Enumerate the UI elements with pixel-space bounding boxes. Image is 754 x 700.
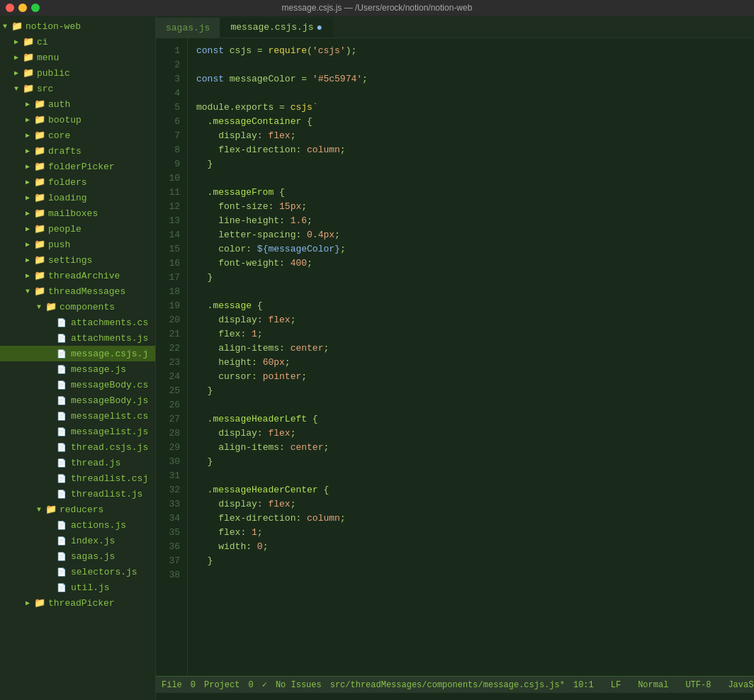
window-controls [6,4,40,12]
tab-label: message.csjs.js [230,22,313,33]
code-line-30: } [196,455,754,469]
code-line-25: } [196,384,754,398]
code-line-13: line-height: 1.6; [196,214,754,228]
sidebar-item-push[interactable]: ▶ 📁 push [0,237,155,252]
sidebar-item-loading[interactable]: ▶ 📁 loading [0,190,155,205]
arrow-icon: ▶ [26,178,34,186]
folder-icon: 📁 [34,270,45,281]
line-num-21: 21 [156,327,187,341]
line-num-10: 10 [156,171,187,186]
item-label: thread.js [71,458,120,468]
sidebar-item-components[interactable]: ▼ 📁 components [0,299,155,315]
line-num-9: 9 [156,157,187,171]
sidebar-item-selectors-js[interactable]: 📄 selectors.js [0,564,155,580]
horizontal-scrollbar[interactable] [156,693,754,700]
item-label: push [48,239,70,250]
item-label: public [37,68,70,79]
code-line-27: .messageHeaderLeft { [196,412,754,427]
line-num-17: 17 [156,271,187,285]
status-file-num: 0 [191,680,196,690]
arrow-icon: ▶ [14,69,23,77]
sidebar-item-people[interactable]: ▶ 📁 people [0,221,155,237]
status-position: 10:1 [573,680,594,690]
folder-icon: 📁 [34,223,45,235]
file-icon: 📄 [57,427,68,436]
sidebar-item-messagelist-js[interactable]: 📄 messagelist.js [0,424,155,439]
tab-label: sagas.js [166,23,210,33]
sidebar-item-index-js[interactable]: 📄 index.js [0,533,155,548]
sidebar-item-public[interactable]: ▶ 📁 public [0,65,155,81]
code-line-1: const csjs = require('csjs'); [196,44,754,58]
folder-icon: 📁 [23,83,34,94]
sidebar-item-message-csjs[interactable]: 📄 message.csjs.j [0,346,155,361]
arrow-icon: ▼ [14,85,23,93]
item-label: threadMessages [48,286,125,297]
sidebar-item-sagas-js[interactable]: 📄 sagas.js [0,548,155,564]
item-label: threadPicker [48,598,115,609]
item-label: reducers [60,504,103,515]
code-editor[interactable]: const csjs = require('csjs'); const mess… [188,38,754,676]
code-line-21: flex: 1; [196,327,754,341]
sidebar-item-ci[interactable]: ▶ 📁 ci [0,34,155,50]
editor-area: sagas.js message.csjs.js ● 1 2 3 4 5 6 7… [156,16,754,700]
sidebar-item-messageBody-js[interactable]: 📄 messageBody.js [0,393,155,408]
code-line-16: font-weight: 400; [196,256,754,271]
sidebar-item-threadlist-csj[interactable]: 📄 threadlist.csj [0,470,155,486]
folder-icon: 📁 [34,286,45,297]
file-icon: 📄 [57,490,68,499]
line-num-23: 23 [156,356,187,370]
item-label: mailboxes [48,208,98,219]
sidebar-item-message-js[interactable]: 📄 message.js [0,361,155,377]
line-numbers: 1 2 3 4 5 6 7 8 9 10 11 12 13 14 15 16 1… [156,38,188,676]
sidebar-item-threadArchive[interactable]: ▶ 📁 threadArchive [0,268,155,283]
tab-message-csjs[interactable]: message.csjs.js ● [220,18,332,38]
sidebar-item-attachments-js[interactable]: 📄 attachments.js [0,330,155,346]
code-line-35: flex: 1; [196,526,754,540]
maximize-button[interactable] [31,4,40,12]
close-button[interactable] [6,4,14,12]
arrow-icon: ▼ [37,303,45,311]
folder-icon: 📁 [34,176,45,188]
sidebar-item-core[interactable]: ▶ 📁 core [0,128,155,143]
minimize-button[interactable] [18,4,27,12]
sidebar-item-folderPicker[interactable]: ▶ 📁 folderPicker [0,159,155,174]
sidebar-item-messagelist-cs[interactable]: 📄 messagelist.cs [0,408,155,424]
line-num-15: 15 [156,242,187,256]
sidebar-item-threadMessages[interactable]: ▼ 📁 threadMessages [0,283,155,299]
arrow-icon: ▶ [26,131,34,140]
sidebar-item-settings[interactable]: ▶ 📁 settings [0,252,155,268]
file-icon: 📄 [57,443,68,452]
sidebar-item-actions-js[interactable]: 📄 actions.js [0,517,155,533]
sidebar-item-thread-js[interactable]: 📄 thread.js [0,455,155,470]
sidebar-item-src[interactable]: ▼ 📁 src [0,81,155,96]
folder-icon: 📁 [34,98,45,110]
sidebar-item-auth[interactable]: ▶ 📁 auth [0,96,155,112]
line-num-14: 14 [156,228,187,242]
item-label: auth [48,99,70,110]
sidebar-item-util-js[interactable]: 📄 util.js [0,580,155,595]
tab-sagas[interactable]: sagas.js [156,18,220,38]
sidebar-item-mailboxes[interactable]: ▶ 📁 mailboxes [0,205,155,221]
file-icon: 📄 [57,474,68,483]
item-label: message.js [71,364,126,375]
sidebar-item-drafts[interactable]: ▶ 📁 drafts [0,143,155,159]
sidebar-item-bootup[interactable]: ▶ 📁 bootup [0,112,155,128]
sidebar-item-attachments-cs[interactable]: 📄 attachments.cs [0,315,155,330]
code-line-37: } [196,554,754,568]
arrow-icon: ▶ [26,271,34,280]
code-line-4 [196,86,754,101]
sidebar-item-messageBody-cs[interactable]: 📄 messageBody.cs [0,377,155,393]
sidebar-item-folders[interactable]: ▶ 📁 folders [0,174,155,190]
sidebar-item-reducers[interactable]: ▼ 📁 reducers [0,502,155,517]
main-layout: ▼ 📁 notion-web ▶ 📁 ci ▶ 📁 menu ▶ 📁 publi… [0,16,754,700]
item-label: attachments.js [71,333,148,344]
sidebar-item-thread-csjs[interactable]: 📄 thread.csjs.js [0,439,155,455]
arrow-icon: ▼ [26,288,34,295]
file-icon: 📄 [57,380,68,390]
sidebar-item-threadlist-js[interactable]: 📄 threadlist.js [0,486,155,502]
sidebar-item-threadPicker[interactable]: ▶ 📁 threadPicker [0,595,155,611]
arrow-icon: ▶ [26,100,34,108]
status-project-label: Project [204,680,240,690]
sidebar-item-root[interactable]: ▼ 📁 notion-web [0,18,155,34]
sidebar-item-menu[interactable]: ▶ 📁 menu [0,50,155,65]
